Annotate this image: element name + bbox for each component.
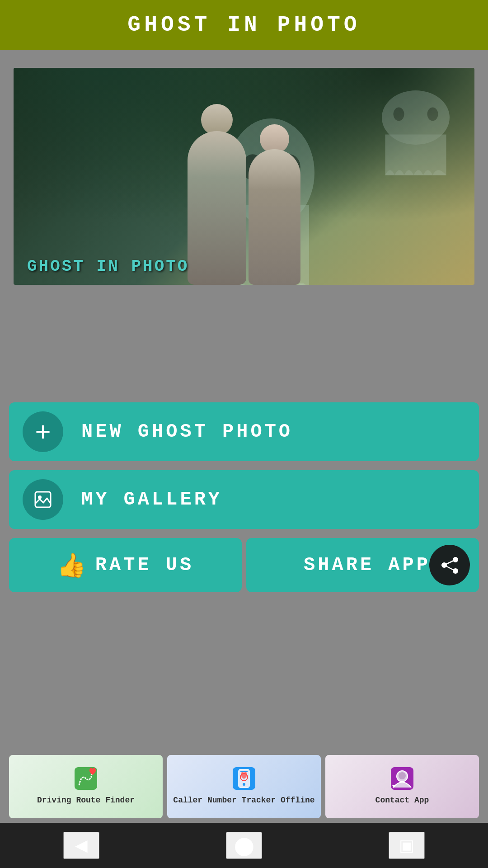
hero-overlay-text: GHOST IN PHOTO xyxy=(27,257,189,276)
nav-recent-icon: ▣ xyxy=(399,836,414,855)
new-ghost-photo-label: NEW GHOST PHOTO xyxy=(81,421,293,443)
share-icon xyxy=(440,555,460,576)
rate-us-button[interactable]: 👍 RATE US xyxy=(9,538,242,592)
driving-route-icon xyxy=(72,765,99,792)
ad3-icon xyxy=(389,765,416,792)
ad-banner: Driving Route Finder Caller Number Track… xyxy=(0,750,488,823)
hero-image: GHOST IN PHOTO xyxy=(14,68,474,285)
app-header: GHOST IN PHOTO xyxy=(0,0,488,50)
ad-item-3[interactable]: Contact App xyxy=(325,755,479,818)
middle-gap xyxy=(0,294,488,393)
svg-point-20 xyxy=(243,783,245,786)
ad3-label: Contact App xyxy=(372,792,433,808)
ad-item-driving[interactable]: Driving Route Finder xyxy=(9,755,163,818)
svg-point-5 xyxy=(394,108,404,121)
thumbs-up-icon: 👍 xyxy=(57,552,86,579)
new-ghost-photo-button[interactable]: + NEW GHOST PHOTO xyxy=(9,402,479,461)
navigation-bar: ◀ ⬤ ▣ xyxy=(0,823,488,868)
add-icon-circle: + xyxy=(23,411,63,452)
ad-caller-label: Caller Number Tracker Offline xyxy=(169,792,318,808)
ghost-right-icon xyxy=(375,77,456,185)
caller-tracker-icon xyxy=(230,765,258,792)
share-app-button[interactable]: SHARE APP xyxy=(246,538,479,592)
nav-home-button[interactable]: ⬤ xyxy=(226,832,262,859)
main-buttons-section: + NEW GHOST PHOTO MY GALLERY xyxy=(0,393,488,529)
svg-line-13 xyxy=(444,560,455,565)
my-gallery-button[interactable]: MY GALLERY xyxy=(9,470,479,529)
couple-silhouette xyxy=(188,104,300,285)
nav-recent-button[interactable]: ▣ xyxy=(389,832,425,859)
plus-icon: + xyxy=(35,418,51,445)
nav-home-icon: ⬤ xyxy=(234,835,254,856)
hero-container: GHOST IN PHOTO xyxy=(0,50,488,294)
nav-back-icon: ◀ xyxy=(75,836,88,855)
svg-point-6 xyxy=(427,108,438,121)
rate-us-label: RATE US xyxy=(95,554,194,576)
app-title: GHOST IN PHOTO xyxy=(127,13,360,37)
ad-driving-label: Driving Route Finder xyxy=(33,792,138,808)
gallery-icon xyxy=(32,488,54,511)
svg-rect-7 xyxy=(385,135,446,175)
ad-item-caller[interactable]: Caller Number Tracker Offline xyxy=(167,755,321,818)
svg-point-24 xyxy=(399,772,406,779)
share-icon-circle xyxy=(429,545,470,585)
svg-line-14 xyxy=(444,565,455,571)
share-app-label: SHARE APP xyxy=(295,554,431,576)
gallery-icon-circle xyxy=(23,479,63,520)
my-gallery-label: MY GALLERY xyxy=(81,489,222,510)
bottom-buttons-row: 👍 RATE US SHARE APP xyxy=(0,529,488,592)
nav-back-button[interactable]: ◀ xyxy=(63,832,99,859)
